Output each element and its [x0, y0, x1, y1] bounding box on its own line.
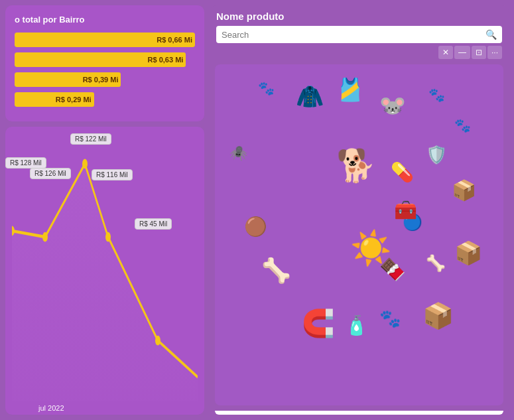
product-item-17[interactable]: 🐾 — [454, 119, 471, 132]
bar-value-label: R$ 0,63 Mi — [148, 56, 184, 64]
svg-point-5 — [155, 336, 161, 346]
search-bar: 🔍 — [216, 26, 502, 43]
product-item-19[interactable]: 🧲 — [302, 310, 335, 336]
product-item-2[interactable]: 🎽 — [336, 78, 364, 101]
product-item-0[interactable]: 🐾 — [258, 82, 275, 95]
bar-value-label: R$ 0,66 Mi — [157, 36, 192, 44]
bar-track: R$ 0,63 Mi — [15, 52, 195, 67]
left-column: o total por Bairro R$ 0,66 MiR$ 0,63 MiR… — [5, 5, 204, 415]
line-chart-panel: R$ 122 Mil R$ 128 Mil R$ 126 Mil R$ 116 … — [5, 127, 204, 415]
right-panel: Nome produto 🔍 ✕ — ⊡ ··· 🐾🧥🎽🐭🐾🕷️🐕💊🛡️🔵🟤🦴☀… — [210, 5, 509, 415]
svg-point-3 — [82, 159, 88, 169]
bar-row: R$ 0,39 Mi — [15, 72, 195, 87]
product-item-6[interactable]: 🐕 — [336, 150, 376, 182]
product-item-10[interactable]: 🟤 — [244, 218, 267, 236]
svg-marker-0 — [12, 164, 198, 401]
search-icon: 🔍 — [485, 29, 497, 40]
svg-point-2 — [42, 232, 48, 242]
right-panel-header: Nome produto 🔍 ✕ — ⊡ ··· — [210, 5, 509, 64]
product-item-13[interactable]: 🍫 — [379, 259, 406, 280]
bar-fill: R$ 0,63 Mi — [15, 52, 186, 67]
product-item-18[interactable]: 📦 — [454, 242, 482, 264]
bar-track: R$ 0,66 Mi — [15, 33, 195, 47]
product-item-11[interactable]: 🦴 — [261, 259, 291, 283]
product-item-1[interactable]: 🧥 — [296, 85, 324, 107]
toolbar-expand-button[interactable]: ⊡ — [472, 46, 486, 59]
bar-value-label: R$ 0,39 Mi — [83, 76, 119, 84]
line-chart-svg — [12, 133, 198, 401]
bar-row: R$ 0,66 Mi — [15, 33, 195, 47]
toolbar-reset-button[interactable]: ✕ — [438, 46, 453, 59]
toolbar-icons: ✕ — ⊡ ··· — [216, 46, 502, 59]
bar-row: R$ 0,29 Mi — [15, 92, 195, 107]
product-item-22[interactable]: 📦 — [422, 303, 454, 328]
bar-row: R$ 0,63 Mi — [15, 52, 195, 67]
toolbar-more-button[interactable]: ··· — [487, 46, 502, 59]
product-item-21[interactable]: 🐾 — [379, 310, 401, 327]
toolbar-minimize-button[interactable]: — — [454, 46, 470, 59]
product-item-5[interactable]: 🕷️ — [229, 146, 247, 161]
search-input[interactable] — [222, 30, 482, 40]
bar-chart-panel: o total por Bairro R$ 0,66 MiR$ 0,63 MiR… — [5, 5, 204, 121]
bar-chart-title: o total por Bairro — [15, 15, 195, 25]
bar-fill: R$ 0,29 Mi — [15, 92, 94, 107]
product-item-7[interactable]: 💊 — [391, 163, 414, 182]
x-axis-label: jul 2022 — [38, 404, 64, 412]
product-item-16[interactable]: 📦 — [452, 180, 476, 200]
bar-value-label: R$ 0,29 Mi — [56, 96, 92, 104]
product-item-20[interactable]: 🧴 — [345, 316, 368, 335]
bottom-border — [215, 411, 503, 415]
product-item-15[interactable]: 🦴 — [426, 255, 446, 271]
product-item-4[interactable]: 🐾 — [428, 88, 445, 102]
bar-track: R$ 0,39 Mi — [15, 72, 195, 87]
product-item-14[interactable]: 🧰 — [394, 201, 417, 220]
product-item-3[interactable]: 🐭 — [379, 95, 406, 116]
bar-track: R$ 0,29 Mi — [15, 92, 195, 107]
product-area: 🐾🧥🎽🐭🐾🕷️🐕💊🛡️🔵🟤🦴☀️🍫🧰🦴📦🐾📦🧲🧴🐾📦 — [215, 64, 503, 405]
right-panel-title: Nome produto — [216, 11, 502, 22]
product-item-8[interactable]: 🛡️ — [426, 146, 447, 163]
bar-chart-rows: R$ 0,66 MiR$ 0,63 MiR$ 0,39 MiR$ 0,29 Mi — [15, 33, 195, 107]
svg-point-4 — [105, 232, 111, 242]
bar-fill: R$ 0,39 Mi — [15, 72, 121, 87]
bar-fill: R$ 0,66 Mi — [15, 33, 195, 47]
